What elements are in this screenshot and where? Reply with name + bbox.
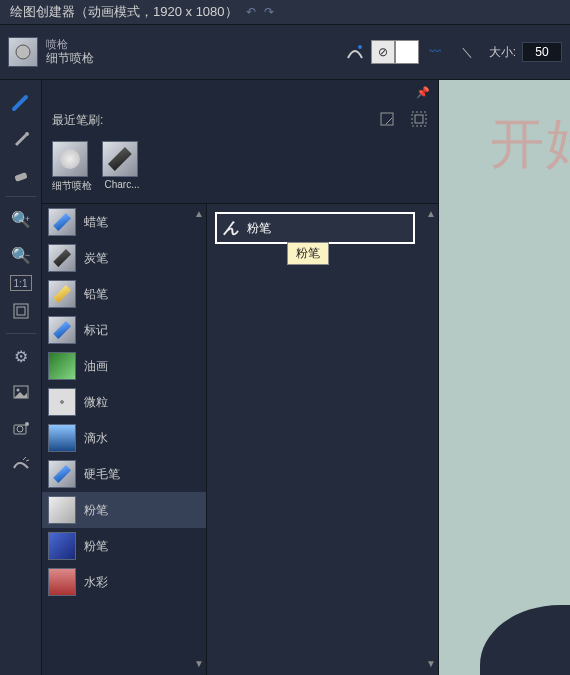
canvas-watermark: 开始 bbox=[490, 108, 570, 181]
brush-thumb-icon bbox=[48, 460, 76, 488]
size-input[interactable] bbox=[522, 42, 562, 62]
svg-point-10 bbox=[25, 422, 29, 426]
line-icon[interactable]: ＼ bbox=[454, 39, 480, 65]
brush-thumb-icon bbox=[48, 352, 76, 380]
brush-grid-icon[interactable] bbox=[410, 110, 428, 131]
brush-category-item[interactable]: 硬毛笔 bbox=[42, 456, 206, 492]
stroke-glyph-icon: ん bbox=[223, 218, 239, 239]
svg-point-2 bbox=[25, 132, 29, 136]
brush-category-item[interactable]: 油画 bbox=[42, 348, 206, 384]
zoom-in-icon[interactable]: 🔍+ bbox=[5, 203, 37, 235]
recent-brushes-label: 最近笔刷: bbox=[52, 112, 103, 129]
svg-point-9 bbox=[17, 426, 23, 432]
brush-category-item[interactable]: 炭笔 bbox=[42, 240, 206, 276]
actual-size-icon[interactable]: 1:1 bbox=[10, 275, 32, 291]
effects-icon[interactable] bbox=[5, 448, 37, 480]
brush-tool-icon[interactable] bbox=[5, 86, 37, 118]
brush-category-item[interactable]: 粉笔 bbox=[42, 492, 206, 528]
redo-icon[interactable]: ↷ bbox=[264, 5, 274, 19]
scrollbar[interactable]: ▲ ▼ bbox=[194, 208, 204, 671]
brush-thumb-icon bbox=[48, 388, 76, 416]
svg-rect-12 bbox=[412, 112, 426, 126]
brush-category-item[interactable]: 标记 bbox=[42, 312, 206, 348]
brush-preview-item[interactable]: ん 粉笔 粉笔 bbox=[215, 212, 415, 244]
brush-category-list: 蜡笔炭笔铅笔标记油画微粒滴水硬毛笔粉笔粉笔水彩 ▲ ▼ bbox=[42, 204, 207, 675]
brush-thumb-icon bbox=[48, 532, 76, 560]
recent-brush-item[interactable]: 细节喷枪 bbox=[52, 141, 92, 193]
svg-rect-3 bbox=[14, 172, 27, 182]
left-toolbar: 🔍+ 🔍− 1:1 ⚙ bbox=[0, 80, 42, 675]
image-icon[interactable] bbox=[5, 376, 37, 408]
eyedropper-tool-icon[interactable] bbox=[5, 122, 37, 154]
recent-brush-item[interactable]: Charc... bbox=[102, 141, 142, 193]
svg-rect-4 bbox=[14, 304, 28, 318]
brush-category-item[interactable]: 蜡笔 bbox=[42, 204, 206, 240]
no-texture-icon[interactable]: ⊘ bbox=[371, 40, 395, 64]
svg-point-7 bbox=[16, 389, 19, 392]
brush-preset-icon[interactable] bbox=[342, 39, 368, 65]
camera-icon[interactable] bbox=[5, 412, 37, 444]
brush-thumb-icon bbox=[48, 316, 76, 344]
brush-category-item[interactable]: 铅笔 bbox=[42, 276, 206, 312]
active-tool-icon[interactable] bbox=[8, 37, 38, 67]
eraser-tool-icon[interactable] bbox=[5, 158, 37, 190]
brush-thumb-icon bbox=[48, 208, 76, 236]
settings-icon[interactable]: ⚙ bbox=[5, 340, 37, 372]
title-bar: 绘图创建器（动画模式，1920 x 1080） ↶ ↷ bbox=[0, 0, 570, 24]
undo-icon[interactable]: ↶ bbox=[246, 5, 256, 19]
brush-category-item[interactable]: 滴水 bbox=[42, 420, 206, 456]
page-curl-icon bbox=[480, 605, 570, 675]
top-toolbar: 喷枪 细节喷枪 ⊘ 〰 ＼ 大小: bbox=[0, 24, 570, 80]
brush-panel: 📌 最近笔刷: 细节喷枪Charc... 蜡笔炭笔铅笔标记油画微粒滴水硬毛笔粉笔… bbox=[42, 80, 439, 675]
svg-rect-5 bbox=[17, 307, 25, 315]
active-tool-label: 喷枪 细节喷枪 bbox=[46, 37, 94, 67]
zoom-out-icon[interactable]: 🔍− bbox=[5, 239, 37, 271]
brush-category-item[interactable]: 微粒 bbox=[42, 384, 206, 420]
canvas[interactable]: 开始 bbox=[439, 80, 570, 675]
tooltip: 粉笔 bbox=[287, 242, 329, 265]
brush-thumb-icon bbox=[48, 280, 76, 308]
window-title: 绘图创建器（动画模式，1920 x 1080） bbox=[10, 3, 238, 21]
brush-thumb-icon bbox=[48, 424, 76, 452]
brush-thumb-icon bbox=[48, 568, 76, 596]
brush-thumb-icon bbox=[48, 496, 76, 524]
fit-screen-icon[interactable] bbox=[5, 295, 37, 327]
brush-category-item[interactable]: 粉笔 bbox=[42, 528, 206, 564]
svg-point-1 bbox=[358, 45, 362, 49]
color-swatch[interactable] bbox=[395, 40, 419, 64]
edit-brush-icon[interactable] bbox=[378, 110, 396, 131]
svg-rect-13 bbox=[415, 115, 423, 123]
size-label: 大小: bbox=[489, 44, 516, 61]
brush-category-item[interactable]: 水彩 bbox=[42, 564, 206, 600]
stabilizer-icon[interactable]: 〰 bbox=[422, 39, 448, 65]
brush-thumb-icon bbox=[48, 244, 76, 272]
svg-point-0 bbox=[16, 45, 30, 59]
pin-icon[interactable]: 📌 bbox=[416, 86, 430, 99]
scrollbar[interactable]: ▲ ▼ bbox=[426, 208, 436, 671]
brush-preview-area: ん 粉笔 粉笔 ▲ ▼ bbox=[207, 204, 438, 675]
